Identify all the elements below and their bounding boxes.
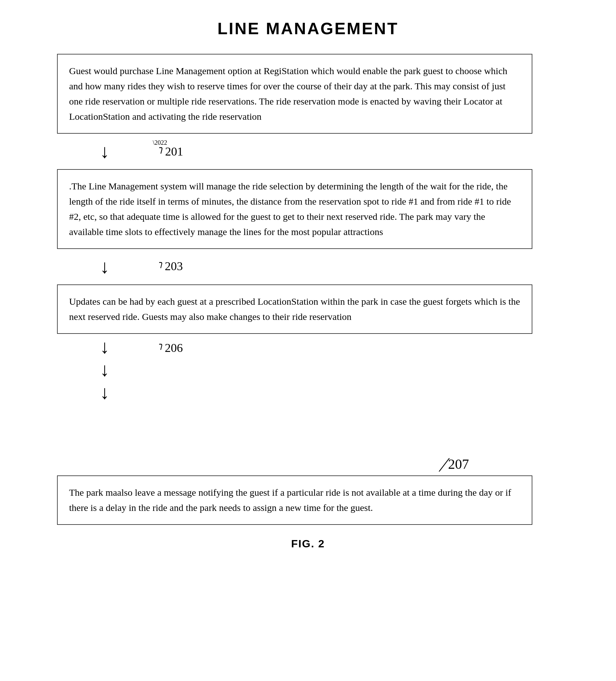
box-1: Guest would purchase Line Management opt… [57, 54, 532, 134]
box-2-text: .The Line Management system will manage … [69, 181, 511, 237]
arrow-1-area: ↓ [57, 137, 152, 166]
arrow-down-2: ↓ [100, 257, 109, 276]
figure-caption: FIG. 2 [38, 537, 578, 550]
arrow-row-2: ↓ ╮203 [57, 252, 532, 281]
label-207-row: ╱207 [57, 456, 532, 472]
box-3-text: Updates can be had by each guest at a pr… [69, 296, 520, 322]
multi-arrow-row: ↓ ↓ ↓ ╮206 [57, 334, 532, 405]
box-1-text: Guest would purchase Line Management opt… [69, 66, 507, 122]
arrow-down-3c: ↓ [100, 383, 109, 402]
label-207: ╱207 [440, 456, 469, 472]
box-4: The park ma​also leave a message notifyi… [57, 475, 532, 525]
label-206: ╮206 [158, 338, 183, 355]
arrow-down-3a: ↓ [100, 337, 109, 356]
arrow-down-3b: ↓ [100, 360, 109, 379]
label-201: ╮201 [158, 142, 183, 158]
arrow-2-area: ↓ [57, 252, 152, 281]
arrow-down-1: ↓ [100, 142, 109, 161]
label-203: ╮203 [158, 257, 183, 273]
multi-arrow-area: ↓ ↓ ↓ [57, 334, 152, 405]
page-title: LINE MANAGEMENT [38, 19, 578, 38]
box-3: Updates can be had by each guest at a pr… [57, 284, 532, 334]
box-2: .The Line Management system will manage … [57, 169, 532, 249]
label-206-area: ╮206 [152, 334, 183, 355]
arrow-row-1: ↓ ╮201 [57, 137, 532, 166]
label-203-area: ╮203 [152, 252, 183, 273]
box-4-text: The park ma​also leave a message notifyi… [69, 487, 511, 513]
label-201-area: ╮201 [152, 137, 183, 158]
